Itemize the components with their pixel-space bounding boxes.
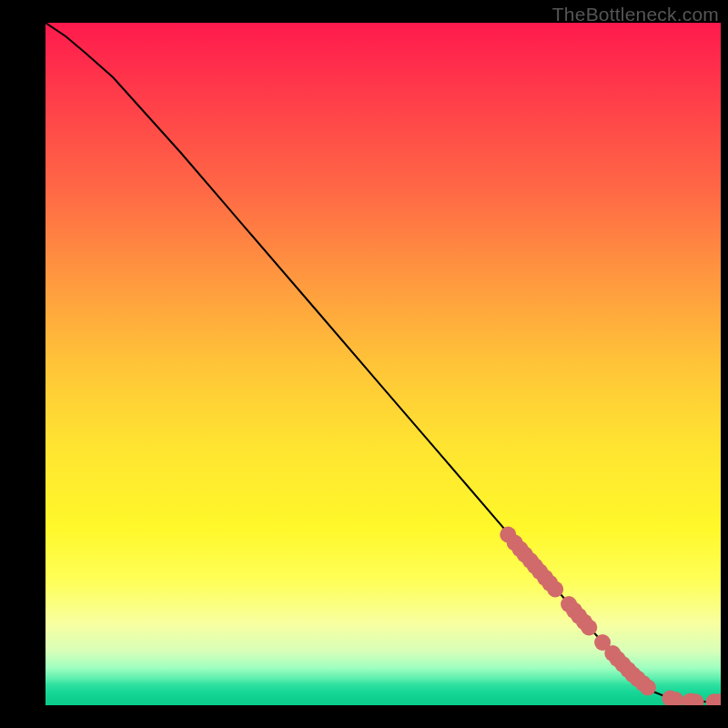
curve-marker: [712, 693, 722, 705]
curve-marker: [541, 575, 558, 592]
curve-marker: [547, 581, 563, 598]
curve-marker: [640, 680, 656, 696]
curve-marker: [512, 541, 529, 557]
watermark-text: TheBottleneck.com: [552, 4, 719, 25]
curve-marker: [517, 546, 533, 562]
curve-marker: [667, 692, 683, 705]
curve-marker: [688, 693, 704, 705]
curve-markers: [500, 527, 721, 706]
curve-marker: [662, 691, 678, 706]
bottleneck-curve-line: [46, 23, 721, 702]
curve-marker: [531, 563, 548, 580]
curve-marker: [610, 651, 626, 667]
curve-marker: [594, 634, 611, 651]
curve-marker: [604, 645, 621, 662]
curve-marker: [527, 558, 543, 574]
curve-marker: [614, 656, 631, 672]
curve-marker: [537, 570, 553, 586]
curve-marker: [507, 535, 523, 551]
curve-marker: [682, 693, 699, 706]
curve-marker: [635, 675, 652, 692]
curve-marker: [620, 662, 636, 678]
chart-plot-area: [46, 23, 721, 705]
curve-marker: [566, 602, 582, 619]
curve-marker: [561, 596, 577, 612]
chart-svg: [46, 23, 721, 705]
curve-marker: [522, 552, 539, 569]
curve-marker: [625, 666, 642, 682]
curve-marker: [576, 614, 592, 631]
curve-marker: [706, 693, 721, 705]
curve-marker: [630, 671, 646, 687]
curve-marker: [581, 620, 597, 636]
curve-marker: [571, 608, 587, 624]
curve-marker: [500, 527, 516, 543]
